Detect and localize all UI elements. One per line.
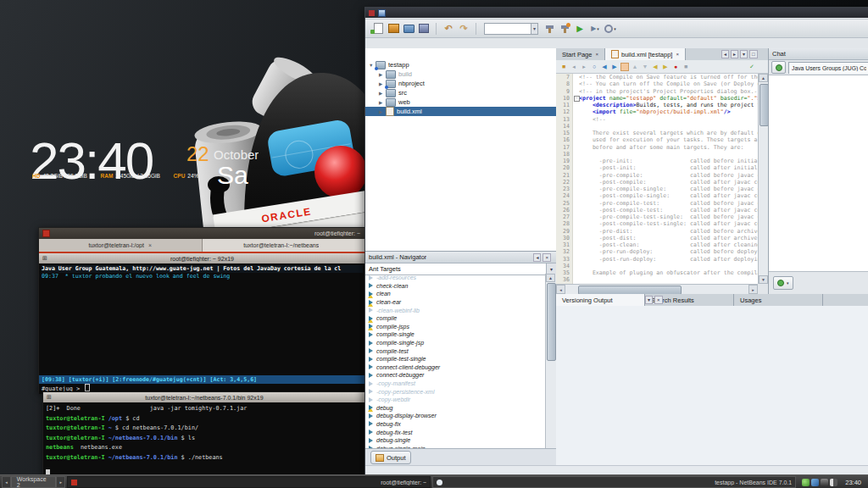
tray-volume-icon[interactable] [830,479,837,486]
ant-target-item[interactable]: compile-single-jsp [365,339,546,347]
debug-project-button[interactable]: ▶▾ [589,23,601,35]
navigator-scrollbar[interactable]: ▲ [545,274,556,449]
netbeans-titlebar[interactable] [365,8,868,18]
ant-target-item[interactable]: compile [365,314,546,323]
maximize-editor-icon[interactable]: □ [749,50,758,58]
scroll-up-icon[interactable]: ▲ [759,74,768,82]
netbeans-window[interactable]: File Edit View Navigate Source Refactor … [364,7,868,476]
tray-network-icon[interactable] [811,479,819,486]
forward-icon[interactable]: ▸ [580,63,588,71]
tree-root-testapp[interactable]: ▼ testapp [365,60,556,69]
output-tab[interactable]: Usages [734,294,823,306]
new-file-button[interactable] [372,23,384,35]
close-icon[interactable]: × [654,296,663,304]
projects-tree[interactable]: ▼ testapp ▶ build ▶ nbproject [365,60,556,251]
expander-icon[interactable]: ▶ [379,109,386,114]
chevron-down-icon[interactable]: ▾ [531,24,537,34]
ant-target-item[interactable]: clean-ear [365,298,546,307]
tree-node[interactable]: ▶ build [365,69,556,79]
workspace-switcher[interactable]: Workspace 2 [11,476,57,488]
navigator-header[interactable]: build.xml - Navigator ◂× [365,252,556,263]
build-project-button[interactable] [543,23,555,35]
stop-macro-recording-icon[interactable]: ■ [682,63,690,71]
tray-monitor-icon[interactable] [821,479,828,486]
ant-target-item[interactable]: debug-single [365,436,546,445]
terminal-window[interactable]: root@tiefighter: ~ tuxtor@teletran-l:/op… [38,227,366,393]
new-project-button[interactable] [387,23,399,35]
ant-target-item[interactable]: debug-fix [365,420,546,429]
ant-target-item[interactable]: -copy-persistence-xml [365,387,546,396]
tab-close-icon[interactable]: × [676,52,679,57]
source-editor[interactable]: 7 − <!-- the Compile on Save feature is … [556,74,758,284]
shift-right-icon[interactable]: ▶ [661,63,670,71]
chat-presence-button[interactable]: ▾ [773,276,793,290]
fold-toggle-icon[interactable]: − [574,96,580,102]
ant-target-item[interactable]: -copy-manifest [365,380,546,388]
tab-list-icon[interactable]: ▾ [740,50,748,58]
ant-target-item[interactable]: -add-resources [365,274,546,282]
tree-node[interactable]: ▶ src [365,88,556,97]
shell-output[interactable]: [2]+ Done java -jar tomighty-0.7.1.jar t… [43,402,365,474]
previous-occurrence-icon[interactable]: ◀ [600,63,609,71]
scroll-left-icon[interactable]: ◂ [556,285,565,294]
ant-target-item[interactable]: debug-fix-test [365,428,546,436]
next-bookmark-icon[interactable]: ▼ [641,63,649,71]
terminal-tab[interactable]: tuxtor@teletran-I:~/netbeans [203,239,366,252]
workspace-next-icon[interactable]: ▸ [56,476,65,488]
next-occurrence-icon[interactable]: ▶ [610,63,619,71]
output-window-button[interactable]: Output [370,451,411,464]
tree-node[interactable]: ▶ web [365,97,556,107]
terminal-tab[interactable]: tuxtor@teletran-l:/opt × [39,239,203,252]
ant-target-item[interactable]: compile-jsps [365,323,546,331]
validate-xml-icon[interactable]: ✓ [748,63,756,71]
tray-status-icon[interactable] [802,479,810,486]
taskbar-task-netbeans[interactable]: testapp - NetBeans IDE 7.0.1 [432,476,796,488]
redo-button[interactable]: ↷ [458,23,470,35]
shift-left-icon[interactable]: ◀ [651,63,659,71]
taskbar-task-terminal[interactable]: root@tiefighter: ~ [67,476,431,488]
irc-terminal-output[interactable]: Java User Group Guatemala, http://www.gu… [39,263,365,375]
pin-icon[interactable]: ▾ [645,296,653,304]
tab-close-icon[interactable]: × [595,52,598,57]
start-macro-recording-icon[interactable]: ● [671,63,680,71]
chevron-down-icon[interactable]: ▾ [787,280,789,286]
project-configuration-combo[interactable]: ▾ [484,23,538,35]
ant-target-item[interactable]: debug [365,404,546,413]
scroll-right-icon[interactable]: ▸ [748,285,758,294]
ant-target-item[interactable]: debug-display-browser [365,412,546,420]
minimize-icon[interactable]: ◂ [533,253,541,262]
ant-targets-list[interactable]: -add-resources check-clean clean clean-e… [365,274,546,449]
pane-caption[interactable]: ⊞ root@tiefighter: ~ 92x19 [39,253,365,263]
scroll-up-icon[interactable]: ▲ [546,274,555,282]
pane-caption[interactable]: ⊞ tuxtor@teletran-I:~/netbeans-7.0.1/bin… [43,392,365,402]
chat-room-tab[interactable]: Java Users Groups (JUG) Co [788,62,868,74]
open-project-button[interactable] [403,23,415,35]
chat-header[interactable]: Chat [769,48,868,60]
ant-target-item[interactable]: connect-debugger [365,371,546,380]
scroll-down-icon[interactable]: ▼ [759,275,768,284]
previous-bookmark-icon[interactable]: ▲ [631,63,639,71]
ant-target-item[interactable]: clean [365,290,546,298]
ant-target-item[interactable]: compile-single [365,330,546,339]
save-all-button[interactable] [418,23,430,35]
tree-node[interactable]: ▶ nbproject [365,79,556,88]
expander-icon[interactable]: ▶ [379,72,386,77]
undo-button[interactable]: ↶ [442,23,454,35]
scroll-tabs-right-icon[interactable]: ▸ [731,50,738,58]
ant-target-item[interactable]: compile-test [365,347,546,355]
tree-node[interactable]: ▶ build.xml [365,107,556,116]
output-tab[interactable]: Versioning Output [556,294,645,306]
join-chat-button[interactable] [771,61,786,74]
scrollbar-thumb[interactable] [547,283,556,361]
find-selection-icon[interactable]: ○ [590,63,598,71]
toggle-highlight-icon[interactable] [620,63,629,71]
workspace-prev-icon[interactable]: ◂ [2,476,11,488]
terminal-window-2[interactable]: ⊞ tuxtor@teletran-I:~/netbeans-7.0.1/bin… [42,391,366,476]
editor-tab[interactable]: build.xml [testapp] × [605,48,686,60]
terminal-titlebar[interactable]: root@tiefighter: ~ [39,228,365,239]
expander-icon[interactable]: ▶ [379,91,386,96]
clean-build-button[interactable] [559,23,570,35]
ant-target-item[interactable]: connect-client-debugger [365,363,546,372]
run-project-button[interactable]: ▶ [574,23,586,35]
ant-target-item[interactable]: -copy-webdir [365,396,546,404]
